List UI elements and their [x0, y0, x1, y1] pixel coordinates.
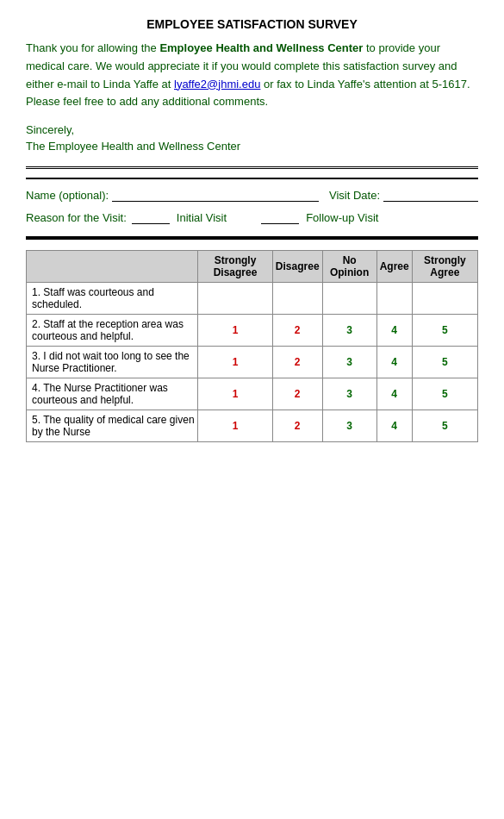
- table-cell-r5-c3[interactable]: 3: [322, 410, 376, 442]
- table-cell-r1-c2[interactable]: [272, 283, 322, 315]
- table-cell-r3-c1[interactable]: 1: [198, 347, 273, 378]
- reason-label: Reason for the Visit:: [26, 211, 127, 224]
- initial-visit-label: Initial Visit: [177, 211, 227, 224]
- header-no-opinion: No Opinion: [322, 251, 376, 283]
- initial-visit-blank[interactable]: [132, 210, 170, 224]
- table-cell-r4-c2[interactable]: 2: [272, 378, 322, 410]
- table-cell-r5-c2[interactable]: 2: [272, 410, 322, 442]
- table-cell-r1-c3[interactable]: [322, 283, 376, 315]
- table-cell-r1-c5[interactable]: [412, 283, 477, 315]
- visit-reason-row: Reason for the Visit: Initial Visit Foll…: [26, 210, 478, 224]
- divider-section-2: [26, 238, 478, 240]
- table-cell-r2-c2[interactable]: 2: [272, 315, 322, 347]
- table-row-question-5: 5. The quality of medical care given by …: [27, 410, 198, 442]
- name-label: Name (optional):: [26, 189, 109, 202]
- header-question: [27, 251, 198, 283]
- table-cell-r2-c4[interactable]: 4: [376, 315, 412, 347]
- table-cell-r1-c4[interactable]: [376, 283, 412, 315]
- table-cell-r2-c5[interactable]: 5: [412, 315, 477, 347]
- header-disagree: Disagree: [272, 251, 322, 283]
- followup-label: Follow-up Visit: [306, 211, 378, 224]
- table-row-question-2: 2. Staff at the reception area was court…: [27, 315, 198, 347]
- page-title: EMPLOYEE SATISFACTION SURVEY: [26, 17, 478, 31]
- intro-paragraph: Thank you for allowing the Employee Heal…: [26, 40, 478, 111]
- table-row-question-4: 4. The Nurse Practitioner was courteous …: [27, 378, 198, 410]
- name-row: Name (optional): Visit Date:: [26, 188, 478, 202]
- table-cell-r5-c5[interactable]: 5: [412, 410, 477, 442]
- intro-text-before: Thank you for allowing the: [26, 41, 159, 54]
- divider-top2: [26, 178, 478, 179]
- email-link[interactable]: lyaffe2@jhmi.edu: [174, 78, 260, 91]
- org-name-line: The Employee Health and Wellness Center: [26, 140, 478, 153]
- table-cell-r3-c5[interactable]: 5: [412, 347, 477, 378]
- header-agree: Agree: [376, 251, 412, 283]
- sincerely-line: Sincerely,: [26, 123, 478, 136]
- table-cell-r4-c1[interactable]: 1: [198, 378, 273, 410]
- table-cell-r4-c3[interactable]: 3: [322, 378, 376, 410]
- table-cell-r2-c1[interactable]: 1: [198, 315, 273, 347]
- survey-table: Strongly Disagree Disagree No Opinion Ag…: [26, 250, 478, 442]
- table-row-question-1: 1. Staff was courteous and scheduled.: [27, 283, 198, 315]
- table-cell-r1-c1[interactable]: [198, 283, 273, 315]
- divider-top: [26, 166, 478, 169]
- table-cell-r5-c1[interactable]: 1: [198, 410, 273, 442]
- table-cell-r3-c3[interactable]: 3: [322, 347, 376, 378]
- followup-blank[interactable]: [261, 210, 299, 224]
- visit-date-label: Visit Date:: [329, 189, 380, 202]
- table-cell-r4-c5[interactable]: 5: [412, 378, 477, 410]
- org-name-bold: Employee Health and Wellness Center: [159, 41, 363, 54]
- table-cell-r3-c2[interactable]: 2: [272, 347, 322, 378]
- table-cell-r5-c4[interactable]: 4: [376, 410, 412, 442]
- table-row-question-3: 3. I did not wait too long to see the Nu…: [27, 347, 198, 378]
- header-strongly-agree: Strongly Agree: [412, 251, 477, 283]
- visit-date-underline[interactable]: [383, 188, 478, 202]
- header-strongly-disagree: Strongly Disagree: [198, 251, 273, 283]
- table-cell-r3-c4[interactable]: 4: [376, 347, 412, 378]
- name-underline[interactable]: [112, 188, 319, 202]
- table-cell-r2-c3[interactable]: 3: [322, 315, 376, 347]
- table-cell-r4-c4[interactable]: 4: [376, 378, 412, 410]
